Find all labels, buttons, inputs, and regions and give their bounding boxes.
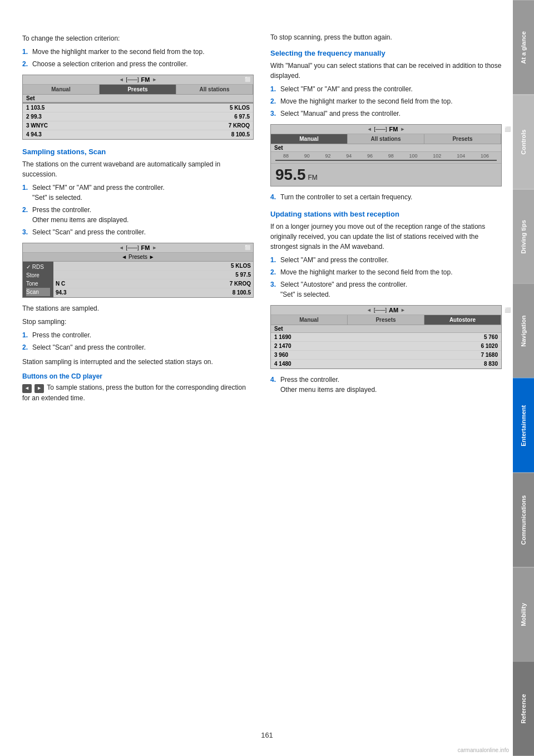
tab-row: Manual Presets All stations — [23, 85, 253, 95]
manual-step-1: 1. Select "FM" or "AM" and press the con… — [270, 84, 502, 94]
page-number: 161 — [261, 731, 273, 739]
station-7: 7 1680 — [481, 352, 498, 358]
sidebar-item-controls[interactable]: Controls — [513, 95, 534, 189]
tab-all-stations[interactable]: All stations — [176, 85, 253, 94]
stop-step-1: 1. Press the controller. — [22, 330, 254, 340]
fm-label: FM — [141, 76, 150, 83]
step-num: 2. — [22, 205, 30, 225]
step-text: Select "FM" or "AM" and press the contro… — [32, 183, 254, 203]
step-num: 1. — [270, 84, 278, 94]
tab-row: Manual Presets Autostore — [271, 315, 501, 325]
right-arrow-icon: ► — [400, 307, 406, 313]
am-row-4: 4 1480 8 830 — [271, 360, 501, 369]
sidebar-item-at-glance[interactable]: At a glance — [513, 0, 534, 95]
signal-icon: [——] — [374, 307, 387, 313]
sidebar-item-driving-tips[interactable]: Driving tips — [513, 189, 534, 284]
scan-row-3: N C 7 KROQ — [53, 279, 253, 288]
updating-step-1: 1. Select "AM" and press the controller. — [270, 255, 502, 265]
scan-menu-area: ✓ RDS Store Tone Scan 5 KLOS 5 97.5 — [23, 262, 253, 297]
data-row-4: 4 94.3 8 100.5 — [23, 130, 253, 139]
buttons-desc: To sample stations, press the button for… — [22, 384, 246, 402]
step-text: Choose a selection criterion and press t… — [32, 59, 254, 69]
main-content: To change the selection criterion: 1. Mo… — [0, 0, 513, 756]
step-num: 1. — [22, 330, 30, 340]
sampling-step-1: 1. Select "FM" or "AM" and press the con… — [22, 183, 254, 203]
menu-scan[interactable]: Scan — [26, 288, 50, 296]
step-text: Select "Autostore" and press the control… — [280, 279, 502, 300]
forward-btn-icon[interactable]: ► — [34, 384, 44, 393]
stop-scan-text: To stop scanning, press the button again… — [270, 33, 502, 41]
sidebar: At a glance Controls Driving tips Naviga… — [513, 0, 534, 756]
signal-icon: [——] — [374, 126, 387, 132]
fm-label: FM — [389, 126, 398, 132]
buttons-heading: Buttons on the CD player — [22, 372, 254, 380]
station-5: 5 760 — [484, 334, 498, 340]
step4-manual: 4. Turn the controller to set a certain … — [270, 192, 502, 202]
step-num: 4. — [270, 375, 278, 395]
tab-all-stations[interactable]: All stations — [348, 134, 424, 144]
tab-row: Manual All stations Presets — [271, 134, 501, 144]
sidebar-item-communications[interactable]: Communications — [513, 473, 534, 567]
step-text: Select "Manual" and press the controller… — [280, 109, 502, 119]
set-row: Set — [23, 95, 253, 102]
set-row: Set — [271, 144, 501, 152]
am-row-1: 1 1690 5 760 — [271, 333, 501, 342]
tab-autostore[interactable]: Autostore — [424, 315, 501, 325]
signal-icon: [——] — [126, 245, 139, 251]
fm-presets-screen: ◄ [——] FM ► ⬜ Manual Presets All station… — [22, 75, 254, 140]
sidebar-item-reference[interactable]: Reference — [513, 661, 534, 756]
step-text: Press the controller.Other menu items ar… — [280, 375, 502, 395]
tab-manual[interactable]: Manual — [23, 85, 100, 94]
station-6: 6 1020 — [481, 343, 498, 349]
scan-row-1: 5 KLOS — [53, 262, 253, 271]
station-5: 5 KLOS — [230, 105, 250, 111]
step-text: Move the highlight marker to the second … — [280, 96, 502, 106]
step-text: Press the controller. — [32, 330, 254, 340]
menu-tone[interactable]: Tone — [26, 279, 50, 288]
right-arrow-icon: ► — [152, 245, 157, 251]
step-num: 2. — [22, 342, 30, 352]
tab-presets[interactable]: Presets — [424, 134, 501, 144]
station-4: 4 94.3 — [26, 131, 231, 138]
station-1: 1 103.5 — [26, 105, 230, 111]
step-text: Press the controller.Other menu items ar… — [32, 205, 254, 225]
sampling-step-2: 2. Press the controller.Other menu items… — [22, 205, 254, 225]
station-left — [56, 263, 231, 269]
am-label: AM — [389, 307, 398, 313]
tab-manual[interactable]: Manual — [271, 315, 348, 325]
updating-step-3: 3. Select "Autostore" and press the cont… — [270, 279, 502, 300]
step-text: Turn the controller to set a certain fre… — [280, 192, 502, 202]
scan-row-2: 5 97.5 — [53, 271, 253, 279]
sidebar-item-mobility[interactable]: Mobility — [513, 567, 534, 662]
step-num: 1. — [22, 47, 30, 57]
station-right: 7 KROQ — [230, 281, 251, 287]
station-8: 8 100.5 — [231, 131, 250, 138]
sampling-steps: 1. Select "FM" or "AM" and press the con… — [22, 183, 254, 237]
buttons-text: ◄ ► To sample stations, press the button… — [22, 382, 254, 403]
menu-rds[interactable]: ✓ RDS — [26, 263, 50, 271]
menu-store[interactable]: Store — [26, 271, 50, 279]
am-row-3: 3 960 7 1680 — [271, 351, 501, 360]
tab-manual[interactable]: Manual — [271, 134, 348, 144]
sidebar-item-entertainment[interactable]: Entertainment — [513, 378, 534, 473]
step-text: Select "AM" and press the controller. — [280, 255, 502, 265]
stop-steps: 1. Press the controller. 2. Select "Scan… — [22, 330, 254, 352]
left-arrow-icon: ◄ — [119, 245, 124, 251]
step-num: 2. — [270, 267, 278, 277]
right-arrow-icon: ► — [152, 77, 157, 82]
station-left: 94.3 — [56, 289, 233, 296]
data-row-3: 3 WNYC 7 KROQ — [23, 121, 253, 130]
screen-top-bar: ◄ [——] FM ► ⬜ — [271, 125, 501, 134]
tab-presets[interactable]: Presets — [348, 315, 424, 325]
steps-intro-list: 1. Move the highlight marker to the seco… — [22, 47, 254, 69]
right-arrow-icon: ► — [400, 126, 405, 132]
interrupted-text: Station sampling is interrupted and the … — [22, 357, 254, 367]
back-btn-icon[interactable]: ◄ — [22, 384, 32, 393]
station-right: 8 100.5 — [233, 289, 251, 296]
sidebar-item-navigation[interactable]: Navigation — [513, 283, 534, 378]
right-column: To stop scanning, press the button again… — [270, 33, 502, 734]
step-num: 1. — [22, 183, 30, 203]
tab-presets[interactable]: Presets — [100, 85, 176, 94]
manual-step-2: 2. Move the highlight marker to the seco… — [270, 96, 502, 106]
am-row-2: 2 1470 6 1020 — [271, 342, 501, 351]
